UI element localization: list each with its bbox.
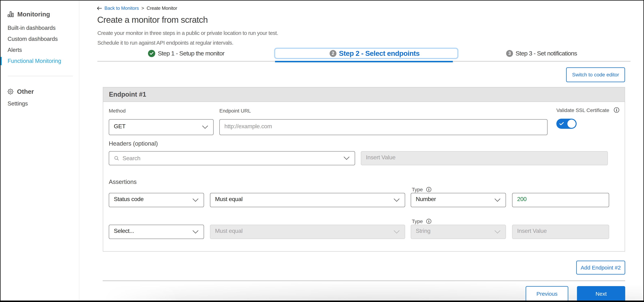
svg-text:i: i [616,108,617,112]
svg-text:i: i [428,219,430,224]
svg-text:i: i [428,187,430,192]
